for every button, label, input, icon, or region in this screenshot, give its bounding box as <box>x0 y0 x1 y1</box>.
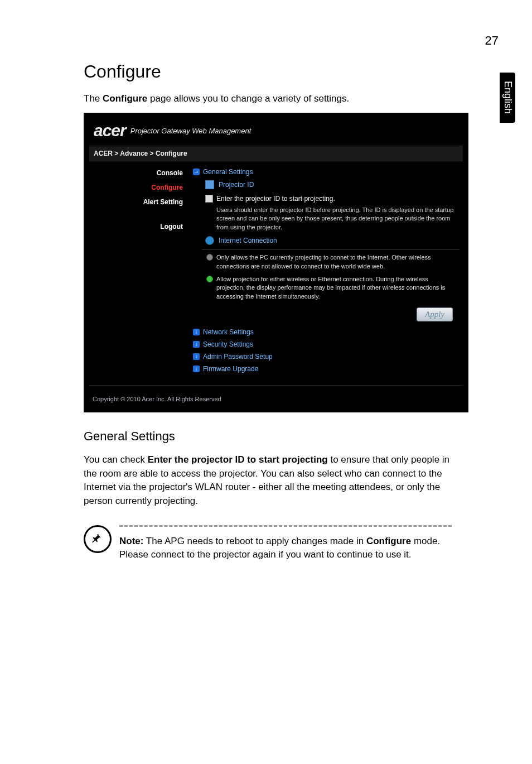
intro-text: The Configure page allows you to change … <box>84 93 504 104</box>
group-network-settings[interactable]: ↓ Network Settings <box>192 326 460 338</box>
group-general-settings[interactable]: → General Settings <box>192 166 460 178</box>
pin-icon <box>84 525 112 553</box>
subhead-projector-id-label: Projector ID <box>219 181 254 189</box>
breadcrumb: ACER > Advance > Configure <box>89 146 463 161</box>
intro-post: page allows you to change a variety of s… <box>147 93 349 104</box>
checkbox-enter-projector-id[interactable]: Enter the projector ID to start projecti… <box>192 191 460 204</box>
webui-screenshot: acer Projector Gateway Web Management AC… <box>84 113 468 412</box>
body-bold: Enter the projector ID to start projecti… <box>148 454 328 465</box>
intro-pre: The <box>84 93 103 104</box>
note-label: Note: <box>119 536 143 546</box>
group-security-label: Security Settings <box>203 340 253 348</box>
webui-subtitle: Projector Gateway Web Management <box>130 127 252 135</box>
intro-bold: Configure <box>103 93 147 104</box>
note-bold: Configure <box>366 536 411 546</box>
divider <box>202 249 460 250</box>
checkbox-detail: Users should enter the projector ID befo… <box>192 204 460 234</box>
subsection-general-settings: General Settings <box>84 429 504 444</box>
page-number: 27 <box>485 33 499 48</box>
subhead-internet-connection: Internet Connection <box>202 234 460 247</box>
group-network-label: Network Settings <box>203 328 254 336</box>
sidebar-item-console[interactable]: Console <box>89 166 190 180</box>
group-admin-label: Admin Password Setup <box>203 353 273 361</box>
collapse-icon: ↓ <box>193 329 200 335</box>
sidebar-item-logout[interactable]: Logout <box>89 219 190 234</box>
group-firmware-label: Firmware Upgrade <box>203 365 258 373</box>
subhead-internet-label: Internet Connection <box>219 237 277 244</box>
group-firmware-upgrade[interactable]: ↓ Firmware Upgrade <box>192 363 460 375</box>
page-title: Configure <box>84 61 504 82</box>
body-pre: You can check <box>84 454 148 465</box>
webui-footer: Copyright © 2010 Acer Inc. All Rights Re… <box>89 385 463 407</box>
sidebar-item-configure[interactable]: Configure <box>89 180 190 195</box>
group-general-label: General Settings <box>203 168 253 176</box>
note-text: Note: The APG needs to reboot to apply c… <box>119 535 452 562</box>
language-tab: English <box>500 73 515 123</box>
apply-button[interactable]: Apply <box>417 307 453 321</box>
note-part1: The APG needs to reboot to apply changes… <box>143 536 366 546</box>
radio-only-current-pc[interactable]: Only allows the PC currently projecting … <box>192 251 460 273</box>
collapse-icon: ↓ <box>193 341 200 348</box>
expand-icon: → <box>193 169 200 175</box>
sidebar-item-alert[interactable]: Alert Setting <box>89 195 190 209</box>
collapse-icon: ↓ <box>193 366 200 372</box>
webui-body: Console Configure Alert Setting Logout →… <box>89 164 463 377</box>
body-paragraph: You can check Enter the projector ID to … <box>84 453 452 508</box>
note-block: Note: The APG needs to reboot to apply c… <box>84 525 452 562</box>
webui-sidebar: Console Configure Alert Setting Logout <box>89 164 190 377</box>
radio-allow-either[interactable]: Allow projection for either wireless or … <box>192 273 460 303</box>
note-divider <box>119 525 452 527</box>
acer-logo: acer <box>94 121 126 140</box>
group-admin-password[interactable]: ↓ Admin Password Setup <box>192 350 460 363</box>
group-security-settings[interactable]: ↓ Security Settings <box>192 338 460 350</box>
collapse-icon: ↓ <box>193 353 200 360</box>
subhead-projector-id: Projector ID <box>202 178 460 191</box>
apply-row: Apply <box>192 303 460 326</box>
webui-header: acer Projector Gateway Web Management <box>89 121 463 146</box>
webui-content: → General Settings Projector ID Enter th… <box>190 164 463 377</box>
globe-icon <box>205 236 214 245</box>
projector-id-icon <box>205 180 214 189</box>
language-tab-label: English <box>502 81 514 114</box>
